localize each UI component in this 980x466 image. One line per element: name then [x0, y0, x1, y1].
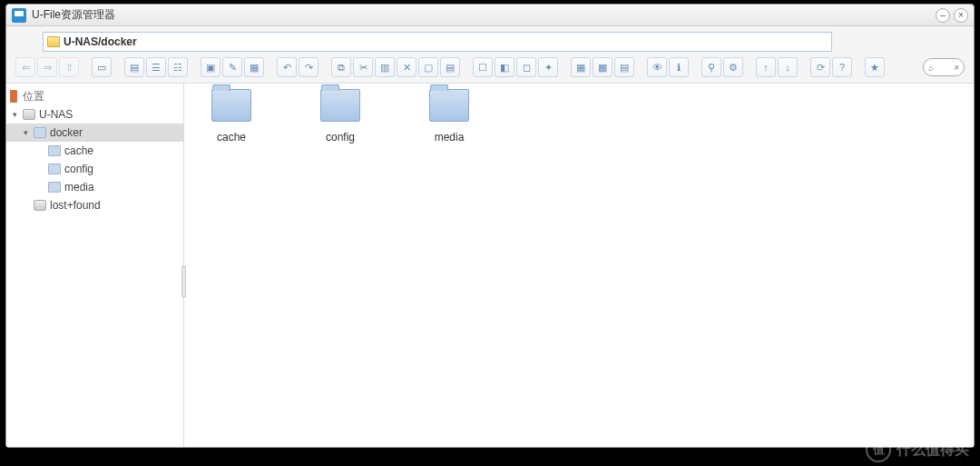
view-detail-button[interactable]: ▤ — [124, 57, 144, 77]
tree-item-label: docker — [50, 126, 83, 139]
rename-button[interactable]: ▢ — [418, 57, 438, 77]
paste-button[interactable]: ▥ — [375, 57, 395, 77]
folder-icon — [320, 89, 360, 122]
share-button[interactable]: ⚲ — [701, 57, 721, 77]
grid-small-button[interactable]: ▩ — [593, 57, 612, 77]
tree-item-docker[interactable]: ▾docker — [6, 124, 183, 142]
sort-desc-button[interactable]: ↓ — [778, 57, 798, 77]
search-clear-icon: × — [954, 63, 959, 73]
minimize-button[interactable]: – — [936, 8, 950, 23]
folder-label: config — [326, 131, 355, 144]
toolbar-group: ▦▩▤ — [571, 57, 634, 77]
tree-item-label: cache — [64, 144, 93, 157]
collapse-icon[interactable]: ▾ — [21, 128, 30, 137]
toolbar: ⇐⇒⇧▭▤☰☷▣✎▦↶↷⧉✂▥✕▢▤☐◧◻✦▦▩▤👁ℹ⚲⚙↑↓⟳?★ ⌕ × — [15, 57, 965, 77]
disk-icon — [23, 109, 35, 120]
sidebar-header: 位置 — [6, 87, 183, 105]
path-bar[interactable]: U-NAS/docker — [43, 32, 832, 52]
up-button[interactable]: ⇧ — [59, 57, 79, 77]
titlebar: U-File资源管理器 – × — [6, 5, 974, 26]
folder-icon — [429, 89, 469, 122]
folder-tree: ▾U-NAS▾dockercacheconfigmedialost+found — [6, 105, 183, 214]
path-text: U-NAS/docker — [64, 35, 137, 48]
toolbar-group: ⟳? — [810, 57, 852, 77]
toolbar-group: ⚲⚙ — [701, 57, 743, 77]
select-invert-button[interactable]: ◧ — [495, 57, 514, 77]
toolbar-group: ⇐⇒⇧ — [15, 57, 79, 77]
tree-item-label: media — [64, 181, 94, 193]
folder-icon — [34, 127, 46, 138]
folder-item-media[interactable]: media — [413, 89, 485, 144]
folder-view[interactable]: cacheconfigmedia — [184, 84, 974, 447]
location-icon — [10, 90, 17, 103]
view-list-button[interactable]: ☰ — [146, 57, 166, 77]
select-filter-button[interactable]: ✦ — [538, 57, 558, 77]
toolbar-group: ↶↷ — [277, 57, 318, 77]
info-button[interactable]: ℹ — [669, 57, 689, 77]
toolbar-group: ★ — [865, 57, 885, 77]
window-button[interactable]: ▭ — [92, 57, 112, 77]
folder-icon — [48, 182, 61, 193]
disk-icon — [34, 200, 46, 211]
toolbar-group: ☐◧◻✦ — [473, 57, 558, 77]
undo-button[interactable]: ↶ — [277, 57, 297, 77]
grid-large-button[interactable]: ▦ — [571, 57, 591, 77]
redo-button[interactable]: ↷ — [299, 57, 318, 77]
select-none-button[interactable]: ◻ — [516, 57, 536, 77]
toolbar-group: ▭ — [92, 57, 112, 77]
clipboard-button[interactable]: ▤ — [440, 57, 460, 77]
tree-item-label: U-NAS — [39, 108, 73, 121]
search-icon: ⌕ — [928, 63, 934, 73]
folder-icon — [211, 89, 251, 122]
app-window: U-File资源管理器 – × U-NAS/docker ⇐⇒⇧▭▤☰☷▣✎▦↶… — [5, 4, 975, 448]
folder-icon — [48, 164, 61, 174]
bookmark-button[interactable]: ★ — [865, 57, 885, 77]
search-pill[interactable]: ⌕ × — [923, 58, 965, 76]
close-button[interactable]: × — [954, 8, 968, 23]
folder-label: cache — [217, 131, 246, 144]
sidebar-header-label: 位置 — [23, 89, 44, 104]
folder-item-config[interactable]: config — [304, 89, 377, 144]
grid-tiles-button[interactable]: ▤ — [614, 57, 634, 77]
back-button[interactable]: ⇐ — [15, 57, 35, 77]
view-tree-button[interactable]: ☷ — [168, 57, 188, 77]
folder-icon — [48, 145, 61, 156]
refresh-button[interactable]: ⟳ — [810, 57, 830, 77]
collapse-icon[interactable]: ▾ — [10, 110, 19, 119]
folder-item-cache[interactable]: cache — [195, 89, 268, 144]
app-icon — [12, 8, 26, 23]
content-area: 位置 ▾U-NAS▾dockercacheconfigmedialost+fou… — [6, 83, 974, 447]
tree-item-label: config — [64, 163, 93, 175]
archive-button[interactable]: ▦ — [244, 57, 264, 77]
sort-asc-button[interactable]: ↑ — [756, 57, 776, 77]
forward-button[interactable]: ⇒ — [37, 57, 57, 77]
tree-item-label: lost+found — [50, 199, 101, 212]
toolbar-group: ▤☰☷ — [124, 57, 188, 77]
sidebar-resize-handle[interactable] — [181, 265, 186, 298]
cut-button[interactable]: ✂ — [353, 57, 373, 77]
tree-item-lost+found[interactable]: lost+found — [6, 196, 183, 214]
save-button[interactable]: ✎ — [222, 57, 242, 77]
preview-button[interactable]: 👁 — [647, 57, 667, 77]
tree-item-media[interactable]: media — [6, 178, 183, 196]
delete-button[interactable]: ✕ — [397, 57, 416, 77]
toolbar-group: ⧉✂▥✕▢▤ — [331, 57, 460, 77]
tree-item-config[interactable]: config — [6, 160, 183, 178]
tree-item-cache[interactable]: cache — [6, 142, 183, 160]
tree-item-U-NAS[interactable]: ▾U-NAS — [6, 105, 183, 124]
window-title: U-File资源管理器 — [32, 7, 932, 23]
new-folder-button[interactable]: ▣ — [201, 57, 220, 77]
toolbar-group: ↑↓ — [756, 57, 798, 77]
copy-button[interactable]: ⧉ — [331, 57, 351, 77]
select-all-button[interactable]: ☐ — [473, 57, 493, 77]
folder-icon — [47, 36, 60, 47]
toolbar-group: ▣✎▦ — [201, 57, 264, 77]
permissions-button[interactable]: ⚙ — [723, 57, 743, 77]
folder-label: media — [435, 131, 465, 144]
sidebar: 位置 ▾U-NAS▾dockercacheconfigmedialost+fou… — [6, 84, 184, 447]
help-button[interactable]: ? — [832, 57, 852, 77]
toolbar-group: 👁ℹ — [647, 57, 689, 77]
